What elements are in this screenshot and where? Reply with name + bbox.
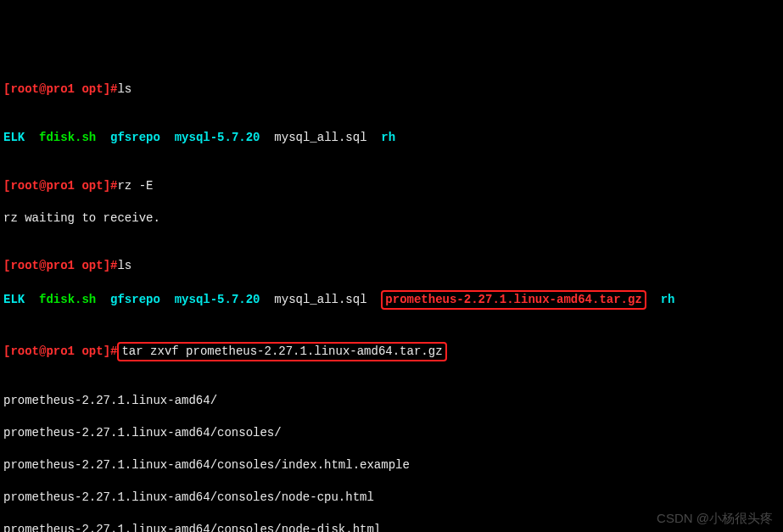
- output-text: rz waiting to receive.: [3, 210, 780, 227]
- terminal-line: [root@pro1 opt]#rz -E: [3, 178, 780, 194]
- prompt: [root@pro1 opt]#: [3, 82, 117, 96]
- terminal-line: [root@pro1 opt]#ls: [3, 258, 780, 274]
- ls-output: ELK fdisk.sh gfsrepo mysql-5.7.20 mysql_…: [3, 290, 780, 310]
- command-text[interactable]: tar zxvf prometheus-2.27.1.linux-amd64.t…: [121, 344, 442, 358]
- command-text[interactable]: ls: [117, 82, 131, 96]
- highlight-box: prometheus-2.27.1.linux-amd64.tar.gz: [381, 290, 646, 310]
- ls-output: ELK fdisk.sh gfsrepo mysql-5.7.20 mysql_…: [3, 130, 780, 146]
- command-text[interactable]: ls: [117, 259, 131, 272]
- output-text: prometheus-2.27.1.linux-amd64/: [3, 393, 780, 409]
- terminal-line: [root@pro1 opt]#ls: [3, 81, 780, 98]
- terminal-line: [root@pro1 opt]#tar zxvf prometheus-2.27…: [3, 342, 780, 361]
- output-text: prometheus-2.27.1.linux-amd64/consoles/: [3, 425, 780, 441]
- command-text[interactable]: rz -E: [117, 179, 153, 193]
- output-text: prometheus-2.27.1.linux-amd64/consoles/n…: [3, 522, 780, 533]
- highlight-box: tar zxvf prometheus-2.27.1.linux-amd64.t…: [117, 342, 446, 361]
- output-text: prometheus-2.27.1.linux-amd64/consoles/n…: [3, 490, 780, 506]
- output-text: prometheus-2.27.1.linux-amd64/consoles/i…: [3, 457, 780, 473]
